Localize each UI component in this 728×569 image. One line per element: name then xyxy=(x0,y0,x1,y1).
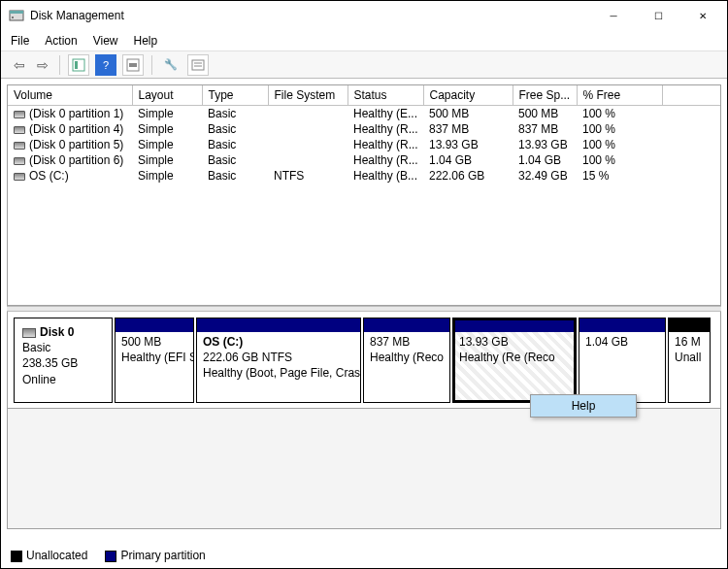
cell xyxy=(268,152,347,168)
refresh-icon[interactable] xyxy=(122,54,144,76)
cell: Basic xyxy=(202,137,268,152)
partition-label: 1.04 GB xyxy=(579,332,665,351)
cell: Simple xyxy=(132,106,202,122)
volume-icon xyxy=(14,111,25,118)
cell: 837 MB xyxy=(423,121,513,137)
show-hide-console-tree-icon[interactable] xyxy=(68,54,89,76)
settings-icon[interactable]: 🔧 xyxy=(160,54,182,76)
col-type[interactable]: Type xyxy=(202,85,268,106)
col-status[interactable]: Status xyxy=(347,85,423,106)
volume-icon xyxy=(14,157,25,165)
cell: Healthy (R... xyxy=(347,152,423,168)
cell: (Disk 0 partition 5) xyxy=(8,137,132,152)
maximize-button[interactable]: ☐ xyxy=(636,1,680,30)
partition-label: 500 MBHealthy (EFI S xyxy=(116,332,193,367)
partition-label: 13.93 GBHealthy (Re (Reco xyxy=(453,332,576,367)
cell: 1.04 GB xyxy=(513,152,577,168)
forward-button[interactable]: ⇨ xyxy=(34,57,51,73)
menu-action[interactable]: Action xyxy=(45,34,77,48)
context-menu-help[interactable]: Help xyxy=(531,395,636,417)
cell: 222.06 GB xyxy=(423,168,513,184)
disk-icon xyxy=(22,328,36,338)
volume-icon xyxy=(14,173,25,181)
back-button[interactable]: ⇦ xyxy=(11,57,28,73)
partition[interactable]: 500 MBHealthy (EFI S xyxy=(115,318,194,403)
cell: 13.93 GB xyxy=(513,137,577,152)
context-menu: Help xyxy=(530,394,637,418)
cell xyxy=(662,106,720,122)
col-spacer xyxy=(662,85,720,106)
table-row[interactable]: (Disk 0 partition 1)SimpleBasicHealthy (… xyxy=(8,106,720,122)
table-row[interactable]: (Disk 0 partition 4)SimpleBasicHealthy (… xyxy=(8,121,720,137)
col-free[interactable]: Free Sp... xyxy=(513,85,577,106)
partition[interactable]: 13.93 GBHealthy (Re (Reco xyxy=(452,318,577,403)
cell: 500 MB xyxy=(513,106,577,122)
volume-icon xyxy=(14,126,25,134)
toolbar-separator xyxy=(59,55,60,75)
title-bar: Disk Management ─ ☐ ✕ xyxy=(1,1,727,30)
partition-stripe xyxy=(116,318,193,332)
cell: Basic xyxy=(202,152,268,168)
cell: OS (C:) xyxy=(8,168,132,184)
partition-stripe xyxy=(197,318,360,332)
menu-help[interactable]: Help xyxy=(134,34,158,48)
col-filesystem[interactable]: File System xyxy=(268,85,347,106)
partition-label: OS (C:)222.06 GB NTFSHealthy (Boot, Page… xyxy=(197,332,360,384)
cell xyxy=(662,168,720,184)
menu-view[interactable]: View xyxy=(93,34,118,48)
partition-stripe xyxy=(579,318,665,332)
swatch-primary xyxy=(105,551,116,562)
table-row[interactable]: (Disk 0 partition 5)SimpleBasicHealthy (… xyxy=(8,137,720,152)
col-capacity[interactable]: Capacity xyxy=(423,85,513,106)
partition-stripe xyxy=(669,318,710,332)
empty-area xyxy=(7,409,721,529)
table-row[interactable]: (Disk 0 partition 6)SimpleBasicHealthy (… xyxy=(8,152,720,168)
partition-stripe xyxy=(453,318,576,332)
svg-rect-6 xyxy=(129,63,137,67)
partition-label: 837 MBHealthy (Reco xyxy=(364,332,449,367)
minimize-button[interactable]: ─ xyxy=(591,1,636,30)
svg-rect-3 xyxy=(73,59,84,71)
disk-info[interactable]: Disk 0 Basic 238.35 GB Online xyxy=(14,318,113,403)
legend-unallocated: Unallocated xyxy=(26,549,87,562)
close-button[interactable]: ✕ xyxy=(680,1,725,30)
cell: 32.49 GB xyxy=(513,168,577,184)
cell: 500 MB xyxy=(423,106,513,122)
cell xyxy=(662,137,720,152)
cell: Simple xyxy=(132,137,202,152)
cell: 100 % xyxy=(577,137,662,152)
partition-unallocated[interactable]: 16 MUnall xyxy=(668,318,711,403)
menu-file[interactable]: File xyxy=(11,34,29,48)
partition[interactable]: 1.04 GB xyxy=(579,318,666,403)
cell: 100 % xyxy=(577,152,662,168)
volume-list[interactable]: Volume Layout Type File System Status Ca… xyxy=(7,84,721,306)
cell xyxy=(662,121,720,137)
cell: NTFS xyxy=(268,168,347,184)
col-pctfree[interactable]: % Free xyxy=(577,85,662,106)
partition[interactable]: OS (C:)222.06 GB NTFSHealthy (Boot, Page… xyxy=(196,318,361,403)
partition[interactable]: 837 MBHealthy (Reco xyxy=(363,318,450,403)
cell xyxy=(662,152,720,168)
disk-type: Basic xyxy=(22,340,104,355)
partition-stripe xyxy=(364,318,449,332)
cell: (Disk 0 partition 6) xyxy=(8,152,132,168)
cell: Basic xyxy=(202,121,268,137)
cell: Simple xyxy=(132,168,202,184)
svg-point-2 xyxy=(12,17,14,18)
disk-state: Online xyxy=(22,372,104,387)
cell: 15 % xyxy=(577,168,662,184)
properties-icon[interactable] xyxy=(187,54,209,76)
cell: Basic xyxy=(202,106,268,122)
app-icon xyxy=(9,8,24,23)
cell: Healthy (R... xyxy=(347,121,423,137)
window-title: Disk Management xyxy=(30,9,591,22)
toolbar-separator xyxy=(151,55,152,75)
cell: 1.04 GB xyxy=(423,152,513,168)
svg-rect-7 xyxy=(192,60,204,70)
col-layout[interactable]: Layout xyxy=(132,85,202,106)
col-volume[interactable]: Volume xyxy=(8,85,132,106)
help-icon[interactable]: ? xyxy=(95,54,116,76)
cell: (Disk 0 partition 4) xyxy=(8,121,132,137)
cell: Healthy (B... xyxy=(347,168,423,184)
table-row[interactable]: OS (C:)SimpleBasicNTFSHealthy (B...222.0… xyxy=(8,168,720,184)
